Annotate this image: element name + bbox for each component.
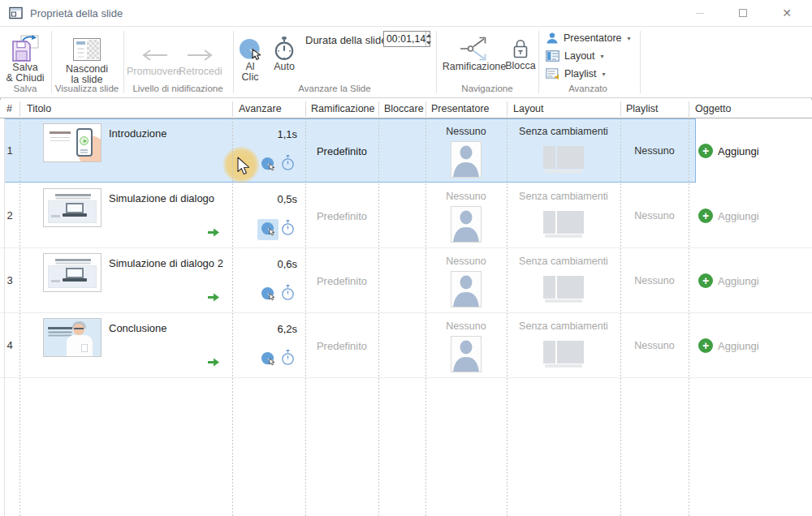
header-separator bbox=[378, 101, 379, 117]
layout-thumbnail[interactable] bbox=[543, 146, 584, 174]
branching-value[interactable]: Predefinito bbox=[305, 145, 378, 157]
presenter-silhouette[interactable] bbox=[451, 271, 482, 307]
table-row-introduzione[interactable]: 1 Introduzione 1,1s Predefinito Nessuno … bbox=[0, 118, 812, 183]
group-label-navigation: Navigazione bbox=[461, 84, 512, 93]
header-object[interactable]: Oggetto bbox=[695, 103, 731, 114]
on-click-pie-icon[interactable] bbox=[261, 286, 276, 302]
branching-button[interactable]: Ramificazione bbox=[438, 30, 510, 72]
on-click-pie-icon[interactable] bbox=[261, 351, 276, 367]
person-silhouette-icon bbox=[451, 142, 481, 177]
advance-duration[interactable]: 1,1s bbox=[232, 128, 297, 140]
presenter-label: Presentatore bbox=[564, 32, 622, 44]
on-click-pie-icon[interactable] bbox=[261, 157, 276, 172]
playlist-value[interactable]: Nessuno bbox=[620, 275, 689, 286]
slide-title[interactable]: Simulazione di dialogo 2 bbox=[109, 257, 223, 269]
save-close-button[interactable]: Salva & Chiudi bbox=[2, 30, 49, 84]
caret-down-icon: ▾ bbox=[603, 71, 606, 78]
table-row-simulazione-di-dialogo[interactable]: 2 Simulazione di dialogo 0,5s Predefinit… bbox=[0, 183, 812, 248]
presenter-value[interactable]: Nessuno bbox=[425, 126, 507, 137]
add-object-button[interactable]: Aggiungi bbox=[718, 210, 759, 222]
slide-thumbnail[interactable] bbox=[43, 123, 102, 162]
branching-value[interactable]: Predefinito bbox=[305, 275, 378, 287]
on-click-pie-icon[interactable] bbox=[261, 221, 276, 237]
duration-decrement-button[interactable] bbox=[426, 39, 431, 46]
hide-slide-icon bbox=[73, 38, 101, 61]
advance-auto-button[interactable]: Auto bbox=[268, 30, 300, 72]
advance-arrow-icon bbox=[207, 357, 220, 368]
slide-thumbnail[interactable] bbox=[43, 253, 102, 292]
branching-value[interactable]: Predefinito bbox=[305, 210, 378, 222]
presenter-silhouette[interactable] bbox=[451, 206, 482, 243]
header-lock[interactable]: Bloccare bbox=[384, 103, 424, 114]
promote-button[interactable]: Promuovere bbox=[128, 30, 180, 77]
header-separator bbox=[620, 101, 621, 117]
add-object-button[interactable]: Aggiungi bbox=[718, 145, 759, 157]
header-playlist[interactable]: Playlist bbox=[626, 103, 659, 114]
close-button[interactable]: ✕ bbox=[768, 0, 806, 26]
layout-value[interactable]: Senza cambiamenti bbox=[507, 191, 620, 202]
playlist-value[interactable]: Nessuno bbox=[620, 210, 689, 221]
slide-title[interactable]: Simulazione di dialogo bbox=[109, 192, 214, 204]
advance-duration[interactable]: 6,2s bbox=[232, 323, 297, 335]
table-row-conclusione[interactable]: 4 Conclusione 6,2s Predefinito Nessuno S… bbox=[0, 313, 812, 378]
advance-duration[interactable]: 0,6s bbox=[232, 258, 297, 270]
hide-slide-button[interactable]: Nascondi la slide bbox=[58, 30, 115, 85]
slide-title[interactable]: Conclusione bbox=[109, 322, 167, 334]
add-object-plus-icon[interactable]: + bbox=[698, 338, 713, 353]
layout-value[interactable]: Senza cambiamenti bbox=[507, 126, 620, 137]
playlist-value[interactable]: Nessuno bbox=[620, 340, 689, 351]
auto-stopwatch-icon[interactable] bbox=[280, 154, 296, 172]
layout-label: Layout bbox=[564, 50, 595, 62]
header-layout[interactable]: Layout bbox=[513, 103, 544, 114]
layout-thumbnail[interactable] bbox=[543, 341, 584, 368]
add-object-plus-icon[interactable]: + bbox=[698, 209, 713, 223]
arrow-down-icon bbox=[426, 41, 431, 45]
header-title[interactable]: Titolo bbox=[27, 103, 51, 114]
slide-thumbnail[interactable] bbox=[43, 188, 102, 227]
layout-value[interactable]: Senza cambiamenti bbox=[507, 320, 620, 332]
advance-duration[interactable]: 0,5s bbox=[232, 193, 297, 205]
layout-value[interactable]: Senza cambiamenti bbox=[507, 256, 620, 267]
on-click-pie-icon bbox=[238, 37, 262, 62]
slide-title[interactable]: Introduzione bbox=[109, 127, 167, 140]
advance-on-click-button[interactable]: Al Clic bbox=[234, 30, 266, 83]
presenter-value[interactable]: Nessuno bbox=[425, 191, 507, 202]
demote-label: Retrocedi bbox=[179, 67, 222, 77]
auto-stopwatch-icon[interactable] bbox=[280, 349, 296, 367]
header-presenter[interactable]: Presentatore bbox=[431, 103, 490, 114]
add-object-plus-icon[interactable]: + bbox=[698, 273, 713, 288]
header-advance[interactable]: Avanzare bbox=[239, 103, 282, 114]
lock-button[interactable]: Blocca bbox=[503, 30, 538, 71]
slide-thumbnail[interactable] bbox=[43, 318, 102, 357]
header-branching[interactable]: Ramificazione bbox=[311, 103, 375, 114]
header-num[interactable]: # bbox=[6, 103, 12, 114]
slide-duration-spinbox: 00:01,14 bbox=[383, 31, 430, 47]
layout-thumbnail[interactable] bbox=[543, 276, 584, 303]
demote-button[interactable]: Retrocedi bbox=[176, 30, 225, 77]
maximize-button[interactable] bbox=[724, 0, 762, 26]
on-click-label-line2: Clic bbox=[242, 72, 259, 83]
presenter-dropdown[interactable]: Presentatore ▾ bbox=[546, 30, 631, 46]
auto-stopwatch-icon bbox=[273, 36, 296, 62]
group-label-advance: Avanzare la Slide bbox=[298, 84, 370, 93]
presenter-silhouette[interactable] bbox=[451, 141, 482, 178]
duration-increment-button[interactable] bbox=[426, 32, 431, 39]
add-object-button[interactable]: Aggiungi bbox=[718, 340, 759, 352]
layout-thumbnail[interactable] bbox=[543, 211, 584, 239]
add-object-plus-icon[interactable]: + bbox=[698, 144, 713, 158]
branching-value[interactable]: Predefinito bbox=[305, 340, 378, 352]
table-row-simulazione-di-dialogo-2[interactable]: 3 Simulazione di dialogo 2 0,6s Predefin… bbox=[0, 248, 812, 313]
slide-duration-input[interactable]: 00:01,14 bbox=[384, 32, 425, 46]
playlist-dropdown[interactable]: Playlist ▾ bbox=[546, 66, 606, 82]
arrow-left-icon bbox=[140, 49, 169, 62]
presenter-value[interactable]: Nessuno bbox=[425, 320, 507, 332]
playlist-value[interactable]: Nessuno bbox=[620, 145, 689, 157]
layout-dropdown[interactable]: Layout ▾ bbox=[546, 48, 604, 64]
add-object-button[interactable]: Aggiungi bbox=[718, 275, 759, 287]
auto-stopwatch-icon[interactable] bbox=[280, 219, 296, 237]
auto-stopwatch-icon[interactable] bbox=[280, 284, 296, 302]
presenter-value[interactable]: Nessuno bbox=[425, 256, 507, 267]
presenter-silhouette[interactable] bbox=[451, 336, 482, 372]
minimize-button[interactable] bbox=[681, 0, 719, 26]
maximize-icon bbox=[739, 9, 747, 17]
